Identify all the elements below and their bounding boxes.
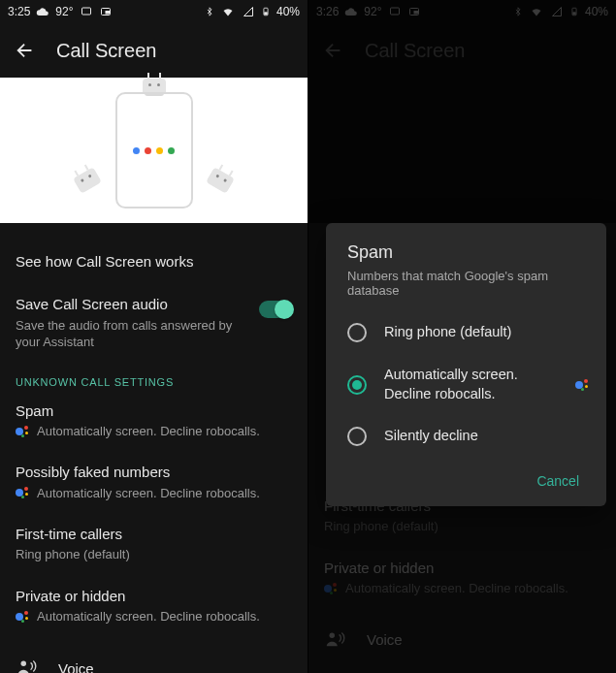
- row-subtitle: Save the audio from calls answered by yo…: [16, 317, 247, 351]
- voice-icon: [16, 657, 37, 673]
- option-label: Automatically screen. Decline robocalls.: [384, 366, 552, 403]
- row-title: First-time callers: [16, 525, 292, 544]
- screen-left: 3:25 92° 40% Call Screen: [0, 0, 308, 673]
- row-subtitle: Automatically screen. Decline robocalls.: [37, 485, 260, 502]
- section-label: UNKNOWN CALL SETTINGS: [16, 363, 292, 390]
- save-audio-toggle[interactable]: [259, 301, 292, 318]
- radio-icon: [347, 323, 367, 342]
- row-title: Save Call Screen audio: [16, 295, 247, 314]
- row-title: Possibly faked numbers: [16, 463, 292, 482]
- option-label: Ring phone (default): [384, 323, 589, 342]
- svg-rect-0: [81, 8, 90, 15]
- signal-icon: [242, 6, 255, 17]
- settings-list: See how Call Screen works Save Call Scre…: [0, 223, 308, 673]
- back-button[interactable]: [14, 39, 37, 62]
- row-subtitle: Automatically screen. Decline robocalls.: [37, 608, 260, 625]
- setting-spam[interactable]: Spam Automatically screen. Decline roboc…: [16, 390, 292, 452]
- screen-right: 3:26 92° 40% Call Screen First-time call…: [308, 0, 616, 673]
- assistant-icon: [575, 378, 589, 392]
- option-label: Silently decline: [384, 427, 589, 446]
- see-how-row[interactable]: See how Call Screen works: [16, 240, 292, 283]
- option-ring-phone[interactable]: Ring phone (default): [347, 311, 589, 354]
- row-title: Voice: [58, 659, 94, 673]
- status-time: 3:25: [8, 5, 30, 18]
- bluetooth-icon: [205, 5, 214, 18]
- setting-first-time-callers[interactable]: First-time callers Ring phone (default): [16, 513, 292, 575]
- row-title: Private or hidden: [16, 587, 292, 606]
- setting-private-hidden[interactable]: Private or hidden Automatically screen. …: [16, 575, 292, 637]
- option-silently-decline[interactable]: Silently decline: [347, 415, 589, 458]
- assistant-icon: [16, 486, 29, 499]
- voice-row[interactable]: Voice: [16, 637, 292, 673]
- cast-icon: [80, 6, 93, 17]
- assistant-icon: [16, 610, 29, 624]
- pip-icon: [99, 6, 113, 17]
- dialog-subtitle: Numbers that match Google's spam databas…: [347, 269, 589, 298]
- status-temp: 92°: [55, 5, 73, 18]
- status-battery: 40%: [276, 5, 300, 18]
- status-bar: 3:25 92° 40%: [0, 0, 308, 23]
- radio-icon: [347, 427, 367, 446]
- option-auto-screen[interactable]: Automatically screen. Decline robocalls.: [347, 354, 589, 415]
- setting-faked-numbers[interactable]: Possibly faked numbers Automatically scr…: [16, 451, 292, 513]
- cancel-button[interactable]: Cancel: [527, 465, 589, 497]
- weather-icon: [36, 5, 49, 18]
- row-subtitle: Ring phone (default): [16, 546, 292, 563]
- wifi-icon: [220, 6, 236, 17]
- row-title: See how Call Screen works: [16, 252, 292, 272]
- row-title: Spam: [16, 401, 292, 421]
- svg-rect-2: [106, 12, 110, 15]
- robot-icon: [196, 156, 243, 204]
- spam-dialog: Spam Numbers that match Google's spam da…: [326, 223, 606, 506]
- dialog-title: Spam: [347, 242, 589, 263]
- robot-icon: [63, 156, 111, 204]
- hero-illustration: [0, 78, 308, 223]
- battery-icon: [261, 5, 271, 18]
- assistant-icon: [16, 425, 29, 438]
- phone-illustration: [115, 92, 193, 208]
- svg-point-5: [21, 660, 27, 666]
- page-title: Call Screen: [56, 40, 156, 62]
- save-audio-row[interactable]: Save Call Screen audio Save the audio fr…: [16, 283, 292, 362]
- svg-rect-4: [265, 13, 268, 15]
- radio-icon: [347, 375, 367, 395]
- row-subtitle: Automatically screen. Decline robocalls.: [37, 423, 260, 440]
